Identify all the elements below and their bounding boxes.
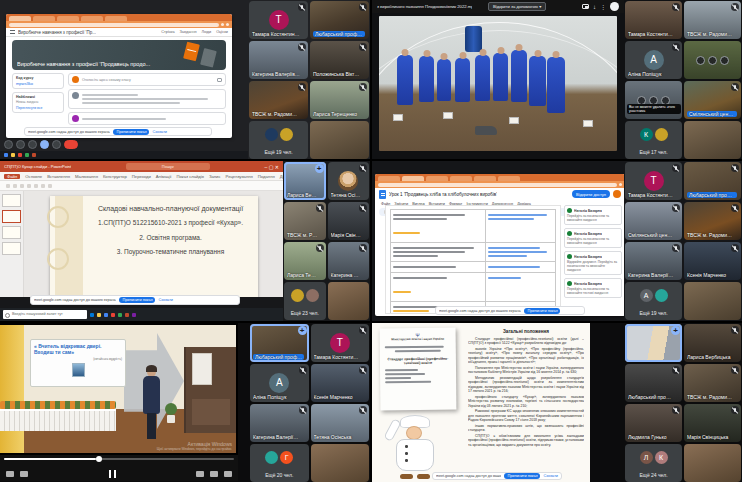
participant-tile[interactable]: Лариса Терещенко [310,81,369,119]
tool-icon[interactable] [27,184,31,188]
participant-tile[interactable]: ТВСЖ м. Радомишль ТБ... [284,202,326,240]
browser-tab-strip[interactable] [6,14,232,21]
slide-thumbnail[interactable] [2,226,21,239]
participant-tile[interactable]: Смілянський центр ПТ... [684,81,741,119]
captions-button[interactable] [28,140,37,149]
ribbon-tab[interactable]: Подання [258,174,275,179]
taskbar-app-icon[interactable] [132,313,136,317]
hide-button[interactable]: Сховати [152,130,167,134]
extension-icon[interactable] [221,23,224,26]
slide-thumbnail[interactable] [2,242,21,255]
browser-tab[interactable] [33,16,55,21]
participant-tile[interactable]: Катерина Валеріївна Ко... [625,242,682,280]
participant-tile[interactable] [311,444,370,482]
menu-icon[interactable] [10,30,15,34]
hide-button[interactable]: Сховати [543,474,558,478]
browser-tab[interactable] [402,176,424,181]
ribbon-tab[interactable]: Рецензування [226,174,253,179]
participant-tile[interactable]: +Лариса Вербицька [284,162,326,200]
stop-presenting-button[interactable]: Припинити показ [113,129,149,135]
video-player[interactable]: « Вчитель відкриває двері.Входиш ти сам»… [0,323,238,481]
participant-tile[interactable]: ТВСЖ м. Радомишль ТБ... [684,202,741,240]
classroom-nav-tab[interactable]: Завдання [180,30,197,34]
taskbar-app-icon[interactable] [118,313,122,317]
participant-tile[interactable]: ТТамара Костянтинівна Л... [311,324,370,362]
participant-tile[interactable]: Катерина Валеріївна Ко... [249,41,308,79]
announce-input[interactable]: Оголосіть щось своєму класу [68,73,226,86]
tool-icon[interactable] [6,184,10,188]
taskbar-app-icon[interactable] [4,153,8,157]
address-bar[interactable] [375,181,624,188]
view-all-link[interactable]: Переглянути все [16,106,60,110]
ribbon-tab[interactable]: Конструктор [103,174,127,179]
participant-tile[interactable]: Тетяна Осінська [311,404,370,442]
url-field[interactable] [378,183,617,187]
participant-tile[interactable]: Любарський професій... [625,364,682,402]
overflow-participants-tile[interactable]: ЛКЕщё 24 чел. [625,444,682,482]
course-code-value[interactable]: mpws3ko [16,81,60,86]
tool-icon[interactable] [20,184,24,188]
end-call-button[interactable] [64,140,78,149]
document-page[interactable] [385,205,561,314]
taskbar-app-icon[interactable] [125,313,129,317]
slide-thumbnail[interactable] [2,194,21,207]
participant-tile[interactable]: ААліна Поліщук [250,364,309,402]
comment-card[interactable]: Наталія Базарна Відкрийте документ. Пере… [564,251,622,275]
pin-control-icon[interactable] [708,56,717,65]
stop-presenting-button[interactable]: Припинити показ [119,297,155,303]
camera-icon[interactable] [210,471,218,477]
participant-tile[interactable]: Смілянський центр ПТ... [625,202,682,240]
mic-button[interactable] [4,140,13,149]
taskbar-search[interactable]: Введіть пошуковий запит тут [3,310,87,319]
participant-tile[interactable]: Тамара Костянтинівна Л... [625,1,682,39]
ribbon-tab[interactable]: Переходи [132,174,151,179]
taskbar-app-icon[interactable] [104,313,108,317]
browser-tab[interactable] [57,16,79,21]
participant-tile[interactable] [684,444,741,482]
participant-tile[interactable]: Катерина Валеріївна Ко... [328,242,370,280]
participant-tile[interactable]: ТВСЖ м. Радомишль ТБ... [684,364,741,402]
pause-button[interactable] [109,470,116,478]
taskbar-app-icon[interactable] [97,313,101,317]
taskbar-app-icon[interactable] [111,313,115,317]
ribbon-tab[interactable]: Файл [4,174,20,179]
camera-button[interactable] [16,140,25,149]
tool-icon[interactable] [13,184,17,188]
stop-presenting-button[interactable]: Припинити показ [504,473,540,479]
participant-tile[interactable]: ААліна Поліщук [625,41,682,79]
ribbon-tab[interactable]: Запис [209,174,221,179]
comment-card[interactable]: Наталія Базарна Перейдіть за посиланням … [564,228,622,248]
participant-tile[interactable]: Марія Свінцицька [684,404,741,442]
browser-tab[interactable] [105,16,127,21]
draw-icon[interactable] [196,471,204,477]
browser-tab[interactable] [426,176,448,181]
present-button[interactable] [40,140,49,149]
profile-icon[interactable] [226,23,229,26]
volume-icon[interactable] [6,471,14,477]
stream-post[interactable] [68,112,226,125]
document-area[interactable]: Ψ Міністерство освіти і науки України Ст… [372,323,590,482]
url-field[interactable] [9,23,219,27]
ribbon-tab[interactable]: Показ слайдів [177,174,204,179]
overflow-participants-tile[interactable]: ГЕщё 20 чел. [250,444,309,482]
browser-tab[interactable] [498,176,520,181]
mic-control-icon[interactable] [696,56,705,65]
keyboard-icon[interactable] [20,471,28,477]
browser-tab[interactable] [474,176,496,181]
participant-tile[interactable]: Ксенія Марченко [684,242,741,280]
browser-tab[interactable] [378,176,400,181]
classroom-nav-tab[interactable]: Люди [202,30,212,34]
open-with-button[interactable]: Відкрити за допомогою ▾ [488,2,546,11]
browser-tab[interactable] [9,16,31,21]
browser-tab-strip[interactable] [375,174,624,181]
tool-icon[interactable] [41,184,45,188]
overflow-participants-tile[interactable]: Ещё 23 чел. [284,282,326,320]
participant-tile[interactable]: ТВСЖ м. Радомишль ТБ... [249,81,308,119]
participant-tile[interactable]: Марія Свінцицька [328,202,370,240]
participant-tile[interactable]: Любарський профес... [684,162,741,200]
browser-tab[interactable] [450,176,472,181]
document-title[interactable]: Урок 1 'Продавець хліба та хлібобулочних… [389,192,497,197]
extension-icon[interactable] [619,183,622,186]
address-bar[interactable] [6,21,232,28]
account-avatar[interactable] [610,2,619,11]
